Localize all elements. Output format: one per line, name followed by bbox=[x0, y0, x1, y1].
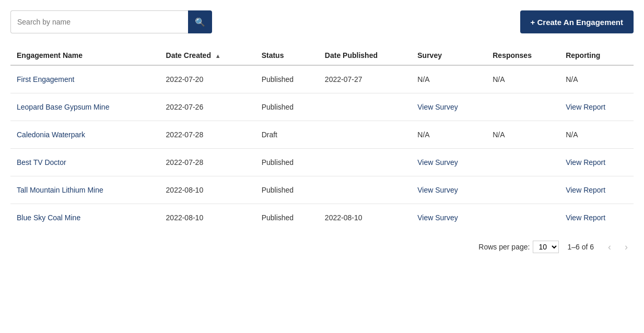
cell-engagement-name: Leopard Base Gypsum Mine bbox=[10, 93, 160, 121]
sort-icon: ▲ bbox=[215, 53, 221, 59]
col-header-reporting: Reporting bbox=[559, 46, 634, 65]
cell-responses: N/A bbox=[486, 65, 559, 93]
view-survey-link[interactable]: View Survey bbox=[417, 103, 458, 111]
engagement-name-link[interactable]: First Engagement bbox=[17, 75, 75, 84]
cell-status: Published bbox=[255, 65, 319, 93]
cell-date-published bbox=[319, 176, 411, 204]
table-row: Leopard Base Gypsum Mine2022-07-26Publis… bbox=[10, 93, 634, 121]
rows-per-page-area: Rows per page: 10 25 50 bbox=[478, 241, 559, 253]
view-report-link[interactable]: View Report bbox=[566, 213, 605, 222]
rows-per-page-select[interactable]: 10 25 50 bbox=[533, 241, 559, 253]
table-header-row: Engagement Name Date Created ▲ Status Da… bbox=[10, 46, 634, 65]
cell-responses bbox=[486, 176, 559, 204]
engagements-table: Engagement Name Date Created ▲ Status Da… bbox=[10, 46, 634, 231]
table-footer: Rows per page: 10 25 50 1–6 of 6 ‹ › bbox=[10, 240, 634, 254]
pagination-info: 1–6 of 6 bbox=[567, 243, 594, 251]
cell-survey: View Survey bbox=[411, 176, 486, 204]
cell-date-published bbox=[319, 121, 411, 149]
cell-survey: N/A bbox=[411, 121, 486, 149]
cell-date-published: 2022-08-10 bbox=[319, 204, 411, 232]
cell-reporting: N/A bbox=[559, 65, 634, 93]
cell-date-published bbox=[319, 149, 411, 176]
cell-status: Published bbox=[255, 176, 319, 204]
search-area: 🔍 bbox=[10, 10, 212, 33]
col-header-status: Status bbox=[255, 46, 319, 65]
view-survey-link[interactable]: View Survey bbox=[417, 186, 458, 194]
cell-survey: View Survey bbox=[411, 204, 486, 232]
cell-date-published: 2022-07-27 bbox=[319, 65, 411, 93]
cell-date-created: 2022-08-10 bbox=[160, 176, 255, 204]
col-header-survey: Survey bbox=[411, 46, 486, 65]
pagination-buttons: ‹ › bbox=[602, 240, 634, 254]
cell-engagement-name: Tall Mountain Lithium Mine bbox=[10, 176, 160, 204]
search-button[interactable]: 🔍 bbox=[188, 10, 212, 33]
cell-status: Published bbox=[255, 204, 319, 232]
cell-reporting: View Report bbox=[559, 176, 634, 204]
cell-survey: N/A bbox=[411, 65, 486, 93]
cell-date-created: 2022-07-20 bbox=[160, 65, 255, 93]
engagement-name-link[interactable]: Best TV Doctor bbox=[17, 158, 66, 166]
cell-reporting: View Report bbox=[559, 204, 634, 232]
search-icon: 🔍 bbox=[195, 17, 205, 27]
view-report-link[interactable]: View Report bbox=[566, 186, 605, 194]
cell-reporting: View Report bbox=[559, 93, 634, 121]
view-survey-link[interactable]: View Survey bbox=[417, 158, 458, 166]
next-page-button[interactable]: › bbox=[619, 240, 634, 254]
cell-responses bbox=[486, 93, 559, 121]
search-input[interactable] bbox=[10, 10, 188, 33]
create-engagement-button[interactable]: + Create An Engagement bbox=[520, 10, 634, 33]
engagement-name-link[interactable]: Leopard Base Gypsum Mine bbox=[17, 103, 109, 111]
table-row: Tall Mountain Lithium Mine2022-08-10Publ… bbox=[10, 176, 634, 204]
cell-engagement-name: Caledonia Waterpark bbox=[10, 121, 160, 149]
cell-status: Published bbox=[255, 93, 319, 121]
cell-date-published bbox=[319, 93, 411, 121]
engagement-name-link[interactable]: Tall Mountain Lithium Mine bbox=[17, 186, 103, 194]
cell-date-created: 2022-07-26 bbox=[160, 93, 255, 121]
view-report-link[interactable]: View Report bbox=[566, 103, 605, 111]
cell-reporting: View Report bbox=[559, 149, 634, 176]
cell-engagement-name: First Engagement bbox=[10, 65, 160, 93]
cell-responses: N/A bbox=[486, 121, 559, 149]
table-row: Caledonia Waterpark2022-07-28DraftN/AN/A… bbox=[10, 121, 634, 149]
table-row: Best TV Doctor2022-07-28PublishedView Su… bbox=[10, 149, 634, 176]
rows-per-page-label: Rows per page: bbox=[478, 243, 530, 251]
cell-responses bbox=[486, 204, 559, 232]
cell-date-created: 2022-08-10 bbox=[160, 204, 255, 232]
engagement-name-link[interactable]: Caledonia Waterpark bbox=[17, 130, 85, 139]
cell-date-created: 2022-07-28 bbox=[160, 121, 255, 149]
col-header-date-created[interactable]: Date Created ▲ bbox=[160, 46, 255, 65]
cell-status: Draft bbox=[255, 121, 319, 149]
cell-engagement-name: Best TV Doctor bbox=[10, 149, 160, 176]
col-header-responses: Responses bbox=[486, 46, 559, 65]
view-report-link[interactable]: View Report bbox=[566, 158, 605, 166]
table-row: Blue Sky Coal Mine2022-08-10Published202… bbox=[10, 204, 634, 232]
cell-date-created: 2022-07-28 bbox=[160, 149, 255, 176]
cell-status: Published bbox=[255, 149, 319, 176]
cell-responses bbox=[486, 149, 559, 176]
top-bar: 🔍 + Create An Engagement bbox=[10, 10, 634, 33]
col-header-engagement-name: Engagement Name bbox=[10, 46, 160, 65]
cell-reporting: N/A bbox=[559, 121, 634, 149]
view-survey-link[interactable]: View Survey bbox=[417, 213, 458, 222]
prev-page-button[interactable]: ‹ bbox=[602, 240, 617, 254]
engagement-name-link[interactable]: Blue Sky Coal Mine bbox=[17, 213, 80, 222]
cell-engagement-name: Blue Sky Coal Mine bbox=[10, 204, 160, 232]
table-row: First Engagement2022-07-20Published2022-… bbox=[10, 65, 634, 93]
cell-survey: View Survey bbox=[411, 93, 486, 121]
cell-survey: View Survey bbox=[411, 149, 486, 176]
col-header-date-published: Date Published bbox=[319, 46, 411, 65]
